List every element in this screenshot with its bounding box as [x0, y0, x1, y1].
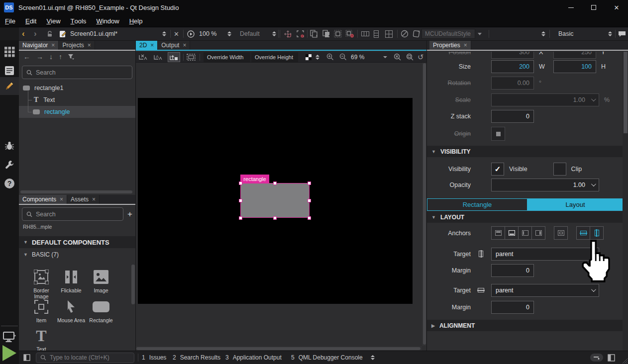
anchor-parent-icon[interactable]: [168, 52, 180, 62]
tab-components[interactable]: Components×: [19, 195, 67, 204]
tab-output[interactable]: Output×: [158, 41, 190, 50]
close-tab-icon[interactable]: ×: [464, 42, 467, 48]
zoom-spinner[interactable]: [227, 27, 231, 40]
component-rectangle[interactable]: Rectangle: [87, 298, 115, 323]
properties-vscrollbar[interactable]: [623, 52, 628, 351]
viewport-vscrollbar[interactable]: [422, 63, 426, 346]
paste-style-icon[interactable]: [334, 27, 342, 40]
style-dropdown-arrow[interactable]: [478, 27, 482, 40]
reset-view-icon[interactable]: ↺: [418, 52, 424, 62]
section-basic[interactable]: ▼ BASIC (7): [19, 248, 135, 261]
anchor-margin2-field[interactable]: 0: [491, 301, 534, 314]
tab-navigator[interactable]: Navigator×: [19, 41, 59, 50]
filter-icon[interactable]: [68, 54, 74, 60]
resize-handle-se[interactable]: [308, 216, 311, 220]
scale-field[interactable]: 1.00: [491, 93, 599, 106]
canvas-zoom-level[interactable]: 69 %: [351, 52, 364, 62]
basic-spinner[interactable]: [608, 27, 612, 40]
style-selector[interactable]: MCUDefaultStyle: [421, 29, 475, 39]
component-text[interactable]: T Text: [27, 327, 56, 351]
kit-selector[interactable]: Default: [240, 27, 260, 40]
anchor-right-button[interactable]: [531, 226, 545, 240]
close-tab-icon[interactable]: ×: [60, 196, 63, 202]
zoom-dropdown-arrow[interactable]: [383, 52, 387, 62]
copy-filled-icon[interactable]: [322, 27, 331, 40]
components-search[interactable]: Search: [22, 207, 123, 221]
run-button[interactable]: [187, 27, 195, 40]
close-tab-icon[interactable]: ×: [183, 42, 186, 48]
feedback-icon[interactable]: [618, 27, 626, 40]
run-project-button[interactable]: [0, 343, 19, 363]
resize-handle-ne[interactable]: [308, 182, 311, 185]
edit-disabled-icon[interactable]: [401, 27, 409, 40]
navigator-hscrollbar[interactable]: [20, 190, 134, 194]
auto-anchors-icon[interactable]: A: [154, 52, 162, 62]
close-document-button[interactable]: ✕: [174, 27, 179, 40]
reset-style-icon[interactable]: [345, 27, 354, 40]
close-tab-icon[interactable]: ×: [88, 42, 91, 48]
maximize-button[interactable]: [582, 0, 605, 15]
move-tool-icon[interactable]: [284, 27, 292, 40]
tree-item-rectangle1[interactable]: rectangle1: [19, 82, 135, 94]
anchor-bottom-button[interactable]: [505, 226, 519, 240]
workspace-spinner[interactable]: [541, 27, 545, 40]
kit-spinner[interactable]: [272, 27, 276, 40]
tab-properties[interactable]: Properties×: [429, 41, 471, 50]
zstack-field[interactable]: 0: [491, 110, 534, 123]
console-toggle-icon[interactable]: [590, 351, 603, 364]
file-spinner[interactable]: [162, 27, 166, 40]
canvas-viewport[interactable]: rectangle: [136, 63, 426, 351]
size-height-field[interactable]: 100: [553, 60, 596, 73]
visible-checkbox[interactable]: ✓: [491, 163, 504, 176]
locate-input[interactable]: Type to locate (Ctrl+K): [36, 351, 134, 364]
zoom-selection-icon[interactable]: [394, 52, 402, 62]
anchor-horizontal-center-button[interactable]: [590, 226, 604, 240]
menu-window[interactable]: Window: [91, 15, 124, 27]
menu-tools[interactable]: Tools: [66, 15, 92, 27]
panel-toggle-icon[interactable]: [608, 351, 615, 364]
override-width-field[interactable]: Override Width: [204, 52, 250, 62]
position-x-field[interactable]: 300: [491, 52, 534, 59]
welcome-mode-button[interactable]: [0, 43, 19, 61]
navigator-search[interactable]: Search: [22, 66, 132, 79]
close-tab-icon[interactable]: ×: [92, 196, 96, 202]
back-button[interactable]: ‹: [22, 27, 25, 40]
visibility-section-header[interactable]: ▼ VISIBILITY: [427, 146, 623, 157]
tab-rectangle-props[interactable]: Rectangle: [427, 198, 527, 211]
forward-button[interactable]: ›: [34, 27, 37, 40]
copy-new-icon[interactable]: [310, 27, 318, 40]
component-mouse-area[interactable]: Mouse Area: [57, 298, 86, 323]
debug-mode-button[interactable]: [0, 137, 19, 155]
resize-handle-nw[interactable]: [239, 182, 242, 185]
components-vscrollbar[interactable]: [131, 265, 135, 304]
anchor-left-button[interactable]: [518, 226, 532, 240]
selected-rectangle[interactable]: [240, 183, 310, 218]
qml-debugger-pane-button[interactable]: 5QML Debugger Console: [291, 351, 363, 364]
menu-help[interactable]: Help: [124, 15, 148, 27]
background-spinner[interactable]: [315, 52, 319, 62]
menu-file[interactable]: File: [0, 15, 20, 27]
resize-handle-e[interactable]: [308, 199, 311, 202]
no-anchors-icon[interactable]: [139, 52, 147, 62]
anchor-target2-dropdown[interactable]: parent: [491, 284, 599, 297]
section-default-components[interactable]: ▼ DEFAULT COMPONENTS: [19, 236, 135, 248]
alignment-section-header[interactable]: ▶ ALIGNMENT: [427, 320, 623, 331]
component-image[interactable]: Image: [87, 269, 115, 293]
menu-view[interactable]: View: [41, 15, 65, 27]
sidebar-toggle-icon[interactable]: [23, 351, 30, 364]
background-color-icon[interactable]: [306, 52, 312, 62]
layout-row-icon[interactable]: [361, 27, 369, 40]
tab-layout-props[interactable]: Layout: [527, 198, 623, 211]
anchor-fill-button[interactable]: [554, 226, 568, 240]
component-border-image[interactable]: Border Image: [27, 269, 56, 299]
resize-handle-w[interactable]: [239, 199, 242, 202]
anchor-vertical-center-button[interactable]: [576, 226, 590, 240]
rotate-page-icon[interactable]: [412, 27, 420, 40]
opacity-field[interactable]: 1.00: [491, 179, 599, 191]
close-button[interactable]: ✕: [605, 0, 628, 15]
minimize-button[interactable]: [559, 0, 582, 15]
close-tab-icon[interactable]: ×: [150, 42, 154, 48]
file-edit-icon[interactable]: [59, 27, 67, 40]
resize-grip[interactable]: [622, 358, 628, 364]
origin-selector[interactable]: [491, 127, 505, 141]
